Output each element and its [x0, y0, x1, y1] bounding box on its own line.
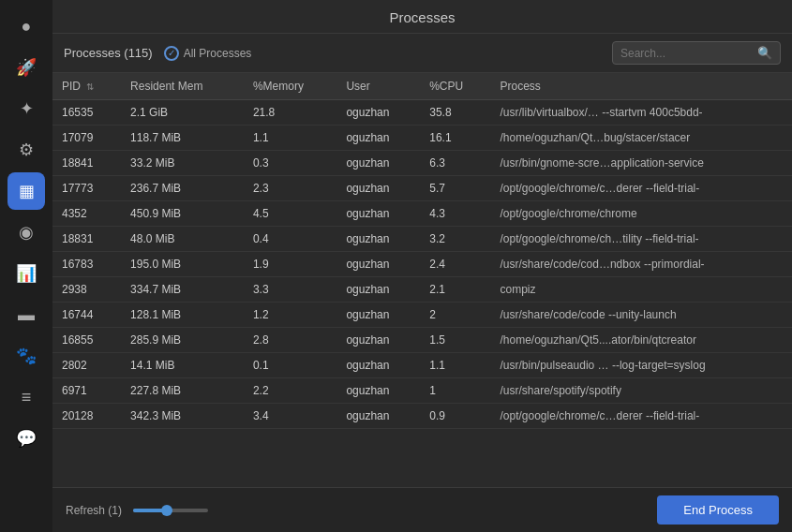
cell-process: /opt/google/chrome/chrome: [491, 201, 793, 227]
cell-process: /usr/lib/virtualbox/… --startvm 400c5bdd…: [491, 100, 793, 126]
cell-user: oguzhan: [336, 353, 420, 378]
cell-memory-pct: 2.2: [244, 378, 336, 404]
cell-user: oguzhan: [336, 151, 420, 176]
table-row[interactable]: 16855 285.9 MiB 2.8 oguzhan 1.5 /home/og…: [52, 328, 792, 353]
sidebar-item-icon6[interactable]: ◉: [7, 214, 45, 251]
sidebar-item-icon8[interactable]: ▬: [7, 296, 45, 333]
cell-process: /usr/share/code/code --unity-launch: [491, 303, 793, 328]
cell-memory: 342.3 MiB: [121, 404, 244, 429]
cell-memory: 33.2 MiB: [121, 151, 244, 176]
search-box: 🔍: [612, 41, 781, 65]
cell-memory-pct: 21.8: [244, 100, 336, 126]
table-row[interactable]: 4352 450.9 MiB 4.5 oguzhan 4.3 /opt/goog…: [52, 201, 792, 227]
table-row[interactable]: 6971 227.8 MiB 2.2 oguzhan 1 /usr/share/…: [52, 378, 792, 404]
sidebar-item-icon3[interactable]: ✦: [7, 90, 45, 127]
search-icon: 🔍: [757, 46, 772, 60]
sidebar-item-icon11[interactable]: 💬: [7, 420, 45, 457]
cell-memory: 2.1 GiB: [121, 100, 244, 126]
search-input[interactable]: [620, 47, 752, 60]
sidebar-item-icon9[interactable]: 🐾: [7, 337, 45, 375]
refresh-slider[interactable]: [133, 509, 208, 512]
processes-count: Processes (115): [64, 46, 153, 60]
footer: Refresh (1) End Process: [52, 487, 792, 532]
col-process[interactable]: Process: [491, 73, 793, 100]
cell-pid: 20128: [52, 404, 121, 429]
cell-user: oguzhan: [336, 404, 420, 429]
table-row[interactable]: 20128 342.3 MiB 3.4 oguzhan 0.9 /opt/goo…: [52, 404, 792, 429]
cell-memory-pct: 0.3: [244, 151, 336, 176]
cell-user: oguzhan: [336, 252, 420, 277]
all-processes-label: All Processes: [184, 47, 252, 60]
cell-user: oguzhan: [336, 126, 420, 151]
toolbar: Processes (115) ✓ All Processes 🔍: [52, 34, 792, 73]
cell-memory-pct: 3.3: [244, 277, 336, 303]
table-row[interactable]: 18841 33.2 MiB 0.3 oguzhan 6.3 /usr/bin/…: [52, 151, 792, 176]
cell-memory: 48.0 MiB: [121, 227, 244, 252]
table-body: 16535 2.1 GiB 21.8 oguzhan 35.8 /usr/lib…: [52, 100, 792, 429]
table-row[interactable]: 2802 14.1 MiB 0.1 oguzhan 1.1 /usr/bin/p…: [52, 353, 792, 378]
check-icon: ✓: [164, 46, 179, 61]
table-row[interactable]: 17773 236.7 MiB 2.3 oguzhan 5.7 /opt/goo…: [52, 176, 792, 201]
table-row[interactable]: 16535 2.1 GiB 21.8 oguzhan 35.8 /usr/lib…: [52, 100, 792, 126]
cell-process: /opt/google/chrome/ch…tility --field-tri…: [491, 227, 793, 252]
cell-process: /home/oguzhan/Qt5....ator/bin/qtcreator: [491, 328, 793, 353]
cell-memory: 195.0 MiB: [121, 252, 244, 277]
sidebar-item-icon5[interactable]: ▦: [7, 172, 45, 210]
sidebar-item-icon10[interactable]: ≡: [7, 378, 45, 416]
cell-memory: 118.7 MiB: [121, 126, 244, 151]
end-process-button[interactable]: End Process: [657, 495, 779, 525]
sort-icon-pid: ⇅: [86, 81, 94, 92]
col-cpu[interactable]: %CPU: [420, 73, 490, 100]
cell-pid: 16783: [52, 252, 121, 277]
page-header: Processes: [52, 0, 792, 34]
table-row[interactable]: 18831 48.0 MiB 0.4 oguzhan 3.2 /opt/goog…: [52, 227, 792, 252]
table-row[interactable]: 2938 334.7 MiB 3.3 oguzhan 2.1 compiz: [52, 277, 792, 303]
cell-pid: 4352: [52, 201, 121, 227]
page-title: Processes: [389, 9, 455, 25]
cell-memory-pct: 2.8: [244, 328, 336, 353]
cell-process: /usr/share/code/cod…ndbox --primordial-: [491, 252, 793, 277]
cell-memory-pct: 1.9: [244, 252, 336, 277]
cell-user: oguzhan: [336, 100, 420, 126]
cell-cpu: 3.2: [420, 227, 490, 252]
cell-process: /usr/share/spotify/spotify: [491, 378, 793, 404]
table-row[interactable]: 16744 128.1 MiB 1.2 oguzhan 2 /usr/share…: [52, 303, 792, 328]
refresh-label: Refresh (1): [66, 504, 122, 517]
cell-process: /home/oguzhan/Qt…bug/stacer/stacer: [491, 126, 793, 151]
table-row[interactable]: 17079 118.7 MiB 1.1 oguzhan 16.1 /home/o…: [52, 126, 792, 151]
cell-pid: 18841: [52, 151, 121, 176]
main-panel: Processes Processes (115) ✓ All Processe…: [52, 0, 792, 532]
sidebar-item-icon2[interactable]: 🚀: [7, 49, 45, 86]
sidebar: ●🚀✦⚙▦◉📊▬🐾≡💬: [0, 0, 52, 532]
cell-cpu: 1: [420, 378, 490, 404]
col-memory-pct[interactable]: %Memory: [244, 73, 336, 100]
cell-process: /usr/bin/gnome-scre…application-service: [491, 151, 793, 176]
col-pid[interactable]: PID ⇅: [52, 73, 121, 100]
cell-user: oguzhan: [336, 303, 420, 328]
process-table: PID ⇅ Resident Mem %Memory User %CPU Pro…: [52, 73, 792, 429]
cell-memory-pct: 3.4: [244, 404, 336, 429]
cell-user: oguzhan: [336, 378, 420, 404]
col-user[interactable]: User: [336, 73, 420, 100]
process-table-container[interactable]: PID ⇅ Resident Mem %Memory User %CPU Pro…: [52, 73, 792, 487]
cell-cpu: 4.3: [420, 201, 490, 227]
sidebar-item-icon4[interactable]: ⚙: [7, 131, 45, 169]
cell-pid: 17079: [52, 126, 121, 151]
sidebar-item-icon1[interactable]: ●: [7, 7, 45, 45]
all-processes-filter[interactable]: ✓ All Processes: [164, 46, 252, 61]
sidebar-item-icon7[interactable]: 📊: [7, 255, 45, 292]
cell-user: oguzhan: [336, 201, 420, 227]
cell-pid: 18831: [52, 227, 121, 252]
cell-cpu: 1.1: [420, 353, 490, 378]
slider-thumb: [161, 505, 172, 516]
cell-pid: 17773: [52, 176, 121, 201]
cell-pid: 16855: [52, 328, 121, 353]
cell-process: /usr/bin/pulseaudio … --log-target=syslo…: [491, 353, 793, 378]
cell-pid: 6971: [52, 378, 121, 404]
table-row[interactable]: 16783 195.0 MiB 1.9 oguzhan 2.4 /usr/sha…: [52, 252, 792, 277]
cell-cpu: 35.8: [420, 100, 490, 126]
cell-memory: 450.9 MiB: [121, 201, 244, 227]
cell-process: /opt/google/chrome/c…derer --field-trial…: [491, 176, 793, 201]
col-memory[interactable]: Resident Mem: [121, 73, 244, 100]
cell-cpu: 1.5: [420, 328, 490, 353]
